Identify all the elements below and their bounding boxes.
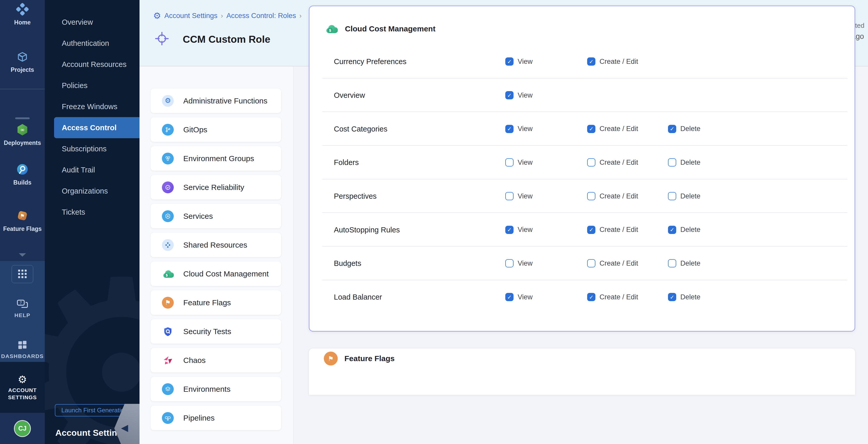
rail-item-feature-flags[interactable]: ⚑Feature Flags [0, 209, 45, 232]
resource-card-administrative-functions[interactable]: ⚙Administrative Functions [151, 89, 281, 113]
cost-categories-delete-checkbox[interactable]: Delete [668, 125, 701, 133]
menu-item-audit-trail[interactable]: Audit Trail [45, 159, 140, 181]
checkbox-checked [587, 226, 595, 234]
rail-item-builds[interactable]: Builds [0, 163, 45, 186]
rail-item-projects[interactable]: Projects [0, 51, 45, 73]
resource-card-environment-groups[interactable]: Environment Groups [151, 146, 281, 171]
resource-card-label: Security Tests [183, 327, 231, 336]
checkbox-unchecked [587, 192, 595, 200]
folders-create-edit-checkbox[interactable]: Create / Edit [587, 158, 638, 166]
rail-item-deployments[interactable]: ∞Deployments [0, 123, 45, 146]
reliability-icon [162, 182, 174, 193]
folders-view-checkbox[interactable]: View [505, 158, 533, 166]
budgets-create-edit-checkbox[interactable]: Create / Edit [587, 259, 638, 267]
menu-item-overview[interactable]: Overview [45, 11, 140, 33]
resource-card-feature-flags[interactable]: ⚑Feature Flags [151, 290, 281, 315]
checkbox-unchecked [668, 192, 676, 200]
main-content: ⚙ Account Settings › Access Control: Rol… [140, 0, 868, 444]
breadcrumb-link-access-control-roles[interactable]: Access Control: Roles [226, 11, 296, 20]
autostopping-rules-view-checkbox[interactable]: View [505, 226, 533, 234]
resource-card-pipelines[interactable]: Pipelines [151, 406, 281, 430]
permission-row-label: Load Balancer [334, 293, 382, 302]
resource-card-cloud-cost-management[interactable]: $Cloud Cost Management [151, 261, 281, 286]
menu-item-freeze-windows[interactable]: Freeze Windows [45, 96, 140, 117]
checkbox-checked [668, 293, 676, 301]
services-hexagon-icon [162, 210, 174, 222]
load-balancer-create-edit-checkbox[interactable]: Create / Edit [587, 293, 638, 301]
breadcrumb-link-account-settings[interactable]: Account Settings [164, 11, 217, 20]
perspectives-delete-checkbox[interactable]: Delete [668, 192, 701, 200]
section-header-feature-flags: ⚑ Feature Flags [324, 352, 395, 366]
dashboards-icon [17, 340, 28, 351]
resource-list-column: ⚙Administrative FunctionsGitOpsEnvironme… [140, 66, 293, 444]
pipelines-icon [162, 412, 174, 424]
resource-card-security-tests[interactable]: Security Tests [151, 319, 281, 344]
menu-item-account-resources[interactable]: Account Resources [45, 54, 140, 75]
permission-row-label: Overview [334, 91, 365, 100]
svg-text:⚑: ⚑ [20, 213, 25, 219]
avatar[interactable]: CJ [15, 421, 30, 436]
currency-preferences-view-checkbox[interactable]: View [505, 57, 533, 66]
checkbox-unchecked [587, 158, 595, 166]
rail-lower-section: ? HELP DASHBOARDS [0, 261, 45, 362]
menu-item-subscriptions[interactable]: Subscriptions [45, 138, 140, 159]
rail-item-label: Feature Flags [3, 226, 42, 232]
resource-card-service-reliability[interactable]: Service Reliability [151, 175, 281, 199]
autostopping-rules-create-edit-checkbox[interactable]: Create / Edit [587, 226, 638, 234]
checkbox-unchecked [505, 158, 514, 166]
checkbox-label: View [518, 226, 533, 234]
sidebar-item-dashboards[interactable]: DASHBOARDS [0, 340, 45, 359]
app-root: HomeProjects∞DeploymentsBuilds⚑Feature F… [0, 0, 868, 444]
load-balancer-delete-checkbox[interactable]: Delete [668, 293, 701, 301]
checkbox-checked [668, 226, 676, 234]
permission-row-label: Currency Preferences [334, 57, 406, 66]
role-crosshair-icon [154, 31, 170, 47]
sidebar-item-help[interactable]: ? HELP [0, 299, 45, 318]
chevron-down-icon[interactable] [19, 253, 26, 257]
cloud-dollar-icon: $ [162, 268, 174, 280]
perspectives-create-edit-checkbox[interactable]: Create / Edit [587, 192, 638, 200]
perspectives-view-checkbox[interactable]: View [505, 192, 533, 200]
cube-icon [16, 51, 29, 64]
checkbox-label: Delete [680, 259, 701, 267]
resource-card-services[interactable]: Services [151, 204, 281, 228]
cost-categories-create-edit-checkbox[interactable]: Create / Edit [587, 125, 638, 133]
breadcrumb-separator: › [299, 12, 302, 20]
overview-view-checkbox[interactable]: View [505, 91, 533, 99]
permission-row-perspectives: PerspectivesViewCreate / EditDelete [309, 180, 855, 213]
rail-item-label: Projects [11, 67, 34, 73]
permissions-card: $ Cloud Cost Management Currency Prefere… [309, 6, 855, 331]
sidebar-item-account-settings[interactable]: ⚙ ACCOUNT SETTINGS [0, 362, 45, 413]
menu-item-authentication[interactable]: Authentication [45, 33, 140, 54]
flag-circle-icon: ⚑ [162, 297, 174, 309]
checkbox-label: View [518, 91, 533, 99]
budgets-view-checkbox[interactable]: View [505, 259, 533, 267]
autostopping-rules-delete-checkbox[interactable]: Delete [668, 226, 701, 234]
currency-preferences-create-edit-checkbox[interactable]: Create / Edit [587, 57, 638, 66]
rail-item-home[interactable]: Home [0, 3, 45, 26]
menu-item-access-control[interactable]: Access Control [54, 117, 140, 138]
resource-card-environments[interactable]: Environments [151, 377, 281, 401]
breadcrumb-separator: › [221, 12, 223, 20]
resource-card-shared-resources[interactable]: Shared Resources [151, 233, 281, 257]
permission-row-autostopping-rules: AutoStopping RulesViewCreate / EditDelet… [309, 213, 855, 247]
menu-item-tickets[interactable]: Tickets [45, 201, 140, 223]
load-balancer-view-checkbox[interactable]: View [505, 293, 533, 301]
budgets-delete-checkbox[interactable]: Delete [668, 259, 701, 267]
help-icon: ? [17, 299, 28, 310]
resource-card-chaos[interactable]: Chaos [151, 348, 281, 373]
page-title: CCM Custom Role [183, 34, 270, 45]
collapse-panel-icon[interactable]: ◀ [121, 422, 128, 433]
infinity-hexagon-icon: ∞ [16, 123, 29, 137]
cost-categories-view-checkbox[interactable]: View [505, 125, 533, 133]
checkbox-label: Create / Edit [599, 259, 638, 267]
folders-delete-checkbox[interactable]: Delete [668, 158, 701, 166]
checkbox-checked [668, 125, 676, 133]
checkbox-unchecked [505, 192, 514, 200]
menu-item-organizations[interactable]: Organizations [45, 181, 140, 201]
checkbox-label: Create / Edit [599, 226, 638, 234]
module-grid-button[interactable] [11, 265, 33, 283]
resource-card-gitops[interactable]: GitOps [151, 117, 281, 142]
resource-card-label: Environments [183, 385, 230, 393]
menu-item-policies[interactable]: Policies [45, 75, 140, 96]
